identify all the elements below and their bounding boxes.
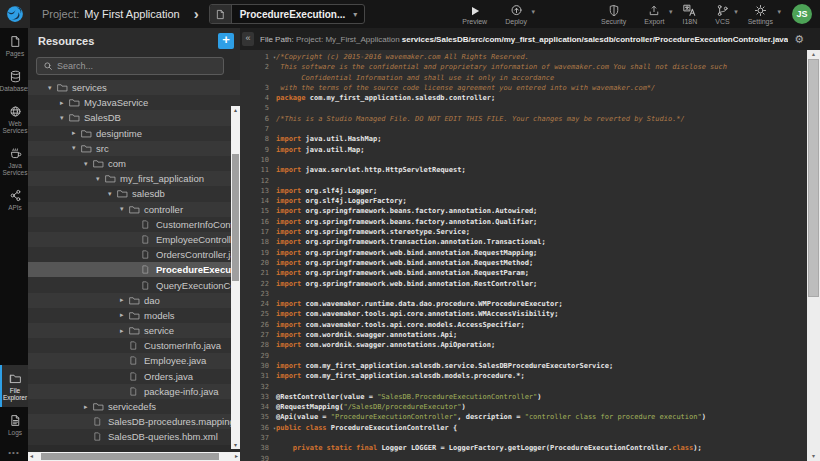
tree-item-salesdb-procedures-mappings-json[interactable]: SalesDB-procedures.mappings.json — [28, 414, 240, 429]
line-number[interactable]: 33 — [240, 392, 276, 402]
scroll-right-icon[interactable]: ▸ — [235, 452, 238, 461]
tree-item-services[interactable]: ▾services — [28, 80, 240, 95]
line-number[interactable]: 10 — [240, 155, 276, 165]
scroll-down-icon[interactable]: ▾ — [231, 441, 240, 449]
line-number[interactable]: 32 — [240, 382, 276, 392]
line-number[interactable]: 7 — [240, 124, 276, 134]
tree-item-salesdb[interactable]: ▾SalesDB — [28, 110, 240, 125]
scroll-up-icon[interactable]: ▴ — [231, 106, 240, 114]
tree-item-my-first-application[interactable]: ▾my_first_application — [28, 171, 240, 186]
scroll-up-icon[interactable]: ▴ — [807, 50, 820, 59]
wavemaker-logo[interactable] — [0, 0, 30, 28]
line-number[interactable]: 19 — [240, 248, 276, 258]
line-number[interactable]: 6 — [240, 114, 276, 124]
hscroll-thumb[interactable] — [41, 453, 219, 460]
code-editor[interactable]: 1▾/*Copyright (c) 2015-2016 wavemaker.co… — [240, 50, 820, 461]
chevron-down-icon[interactable]: ▾ — [120, 205, 129, 213]
line-number[interactable]: 8 — [240, 134, 276, 144]
line-number[interactable]: 24 — [240, 299, 276, 309]
sidebar-item-web-services[interactable]: Web Services — [0, 98, 28, 140]
fold-toggle-icon[interactable]: ▾ — [273, 52, 276, 62]
security-button[interactable]: Security — [601, 4, 626, 25]
tree-item-models[interactable]: ▸models — [28, 308, 240, 323]
line-number[interactable]: 4 — [240, 93, 276, 103]
line-number[interactable]: 30 — [240, 361, 276, 371]
deploy-button[interactable]: Deploy ▾ — [505, 4, 527, 25]
line-number[interactable]: 25 — [240, 309, 276, 319]
preview-button[interactable]: Preview — [462, 4, 487, 25]
line-number[interactable]: 36▾ — [240, 423, 276, 433]
chevron-down-icon[interactable]: ▾ — [72, 144, 81, 152]
chevron-down-icon[interactable]: ▾ — [96, 175, 105, 183]
editor-vertical-scrollbar[interactable]: ▴ ▾ — [807, 50, 820, 461]
tree-item-com[interactable]: ▾com — [28, 156, 240, 171]
i18n-button[interactable]: I18N — [683, 4, 698, 25]
tree-item-servicedefs[interactable]: ▸servicedefs — [28, 399, 240, 414]
chevron-right-icon[interactable]: ▸ — [120, 296, 129, 304]
sidebar-item-logs[interactable]: Logs — [0, 407, 28, 442]
chevron-down-icon[interactable]: ▾ — [60, 114, 69, 122]
line-number[interactable]: 20 — [240, 258, 276, 268]
line-number[interactable]: 2 — [240, 62, 276, 83]
tree-item-employee-java[interactable]: Employee.java — [28, 353, 240, 368]
chevron-right-icon[interactable]: ▸ — [60, 99, 69, 107]
scroll-left-icon[interactable]: ◂ — [30, 452, 33, 461]
line-number[interactable]: 17 — [240, 227, 276, 237]
tree-item-orders-java[interactable]: Orders.java — [28, 369, 240, 384]
collapse-panel-button[interactable]: « — [242, 32, 254, 46]
chevron-down-icon[interactable]: ▾ — [108, 190, 117, 198]
line-number[interactable]: 15 — [240, 206, 276, 216]
export-button[interactable]: Export ▾ — [644, 4, 664, 25]
line-number[interactable]: 13 — [240, 186, 276, 196]
line-number[interactable]: 18 — [240, 237, 276, 247]
line-number[interactable]: 29 — [240, 351, 276, 361]
line-number[interactable]: 5 — [240, 103, 276, 113]
tree-horizontal-scrollbar[interactable]: ◂ ▸ — [28, 452, 240, 461]
chevron-right-icon[interactable]: ▸ — [72, 129, 81, 137]
line-number[interactable]: 14 — [240, 196, 276, 206]
line-number[interactable]: 28 — [240, 340, 276, 350]
tree-item-customerinfo-java[interactable]: CustomerInfo.java — [28, 338, 240, 353]
add-resource-button[interactable]: + — [218, 33, 234, 49]
scroll-down-icon[interactable]: ▾ — [807, 452, 820, 461]
open-file-dropdown[interactable]: ProcedureExecution... ▾ — [209, 4, 366, 24]
line-number[interactable]: 11 — [240, 165, 276, 175]
settings-button[interactable]: Settings ▾ — [748, 4, 773, 25]
line-number[interactable]: 21 — [240, 268, 276, 278]
tree-vertical-scrollbar[interactable]: ▴ ▾ — [231, 106, 240, 449]
sidebar-overflow-button[interactable]: ••• — [0, 442, 28, 461]
editor-vscroll-thumb[interactable] — [808, 59, 819, 297]
chevron-right-icon[interactable]: ▸ — [84, 403, 93, 411]
tree-item-employeecontroller-java[interactable]: EmployeeController.java — [28, 232, 240, 247]
search-input[interactable] — [57, 61, 217, 71]
tree-item-orderscontroller-java[interactable]: OrdersController.java — [28, 247, 240, 262]
chevron-right-icon[interactable]: ▸ — [120, 311, 129, 319]
tree-item-controller[interactable]: ▾controller — [28, 202, 240, 217]
line-number[interactable]: 16 — [240, 217, 276, 227]
tree-item-queryexecutioncontroller-java[interactable]: QueryExecutionController.java — [28, 277, 240, 292]
line-number[interactable]: 39 — [240, 454, 276, 461]
line-number[interactable]: 38 — [240, 443, 276, 453]
line-number[interactable]: 9 — [240, 145, 276, 155]
tree-item-service[interactable]: ▸service — [28, 323, 240, 338]
vcs-button[interactable]: VCS ▾ — [715, 4, 729, 25]
tree-item-src[interactable]: ▾src — [28, 141, 240, 156]
line-number[interactable]: 27 — [240, 330, 276, 340]
user-avatar[interactable]: JS — [792, 4, 812, 24]
sidebar-item-file-explorer[interactable]: File Explorer — [0, 365, 28, 407]
tree-item-customerinfocontroller-java[interactable]: CustomerInfoController.java — [28, 217, 240, 232]
line-number[interactable]: 37 — [240, 433, 276, 443]
tree-item-package-info-java[interactable]: package-info.java — [28, 384, 240, 399]
line-number[interactable]: 26 — [240, 320, 276, 330]
tree-item-myjavaservice[interactable]: ▸MyJavaService — [28, 95, 240, 110]
search-box[interactable] — [36, 57, 224, 75]
chevron-down-icon[interactable]: ▾ — [84, 160, 93, 168]
line-number[interactable]: 3 — [240, 83, 276, 93]
sidebar-item-databases[interactable]: Databases — [0, 63, 28, 98]
sidebar-item-apis[interactable]: APIs — [0, 182, 28, 217]
line-number[interactable]: 22 — [240, 279, 276, 289]
line-number[interactable]: 1▾ — [240, 52, 276, 62]
sidebar-item-java-services[interactable]: Java Services — [0, 140, 28, 182]
vscroll-thumb[interactable] — [232, 154, 239, 281]
tree-item-procedureexecutioncontroller-java[interactable]: ProcedureExecutionController.java — [28, 262, 240, 277]
